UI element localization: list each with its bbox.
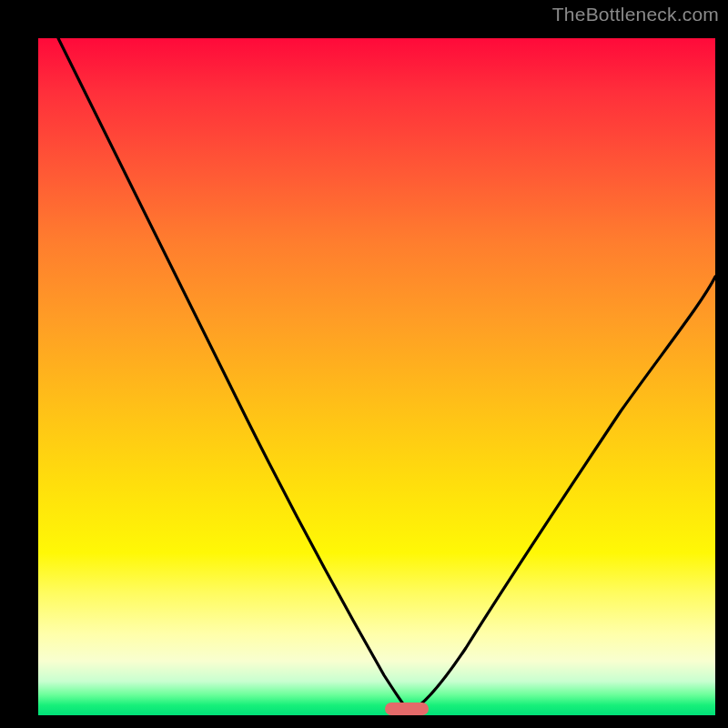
chart-frame: [13, 13, 715, 715]
curve-left-branch: [58, 38, 410, 712]
curve-right-branch: [410, 277, 715, 712]
optimal-point-marker: [385, 703, 429, 715]
bottleneck-curve: [38, 38, 715, 715]
plot-area: [38, 38, 715, 715]
watermark-text: TheBottleneck.com: [552, 4, 719, 25]
